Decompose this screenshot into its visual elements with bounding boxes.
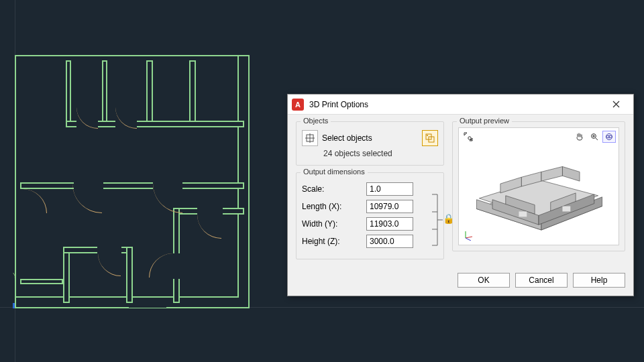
width-input[interactable] <box>366 217 413 231</box>
dialog-title: 3D Print Options <box>309 100 602 109</box>
ok-button[interactable]: OK <box>458 273 510 288</box>
floor-plan-drawing[interactable] <box>15 55 250 308</box>
svg-rect-22 <box>562 206 570 212</box>
pan-icon <box>575 132 584 141</box>
preview-ucs-icon <box>463 230 476 242</box>
app-icon: A <box>292 99 304 111</box>
output-dimensions-group: Output dimensions Scale: Length (X): Wid… <box>296 172 444 259</box>
close-button[interactable] <box>602 95 629 115</box>
svg-marker-16 <box>562 167 580 182</box>
quick-select-button[interactable] <box>422 130 438 146</box>
zoom-button[interactable] <box>588 131 601 143</box>
dialog-titlebar[interactable]: A 3D Print Options <box>288 95 633 115</box>
objects-group: Objects Select objects 24 objects select… <box>296 121 444 166</box>
scale-label: Scale: <box>302 184 366 194</box>
zoom-icon <box>590 132 599 141</box>
zoom-extents-icon <box>464 132 473 141</box>
quick-select-icon <box>425 133 435 143</box>
preview-canvas <box>463 145 614 233</box>
svg-point-8 <box>608 136 610 137</box>
select-objects-label: Select objects <box>322 133 372 143</box>
svg-point-4 <box>468 137 471 139</box>
help-button[interactable]: Help <box>573 273 625 288</box>
preview-viewport[interactable] <box>458 127 619 245</box>
orbit-icon <box>604 132 614 141</box>
svg-rect-21 <box>519 211 527 217</box>
length-input[interactable] <box>366 200 413 213</box>
svg-point-3 <box>427 135 428 136</box>
output-preview-group: Output preview <box>452 121 625 251</box>
svg-marker-15 <box>541 167 563 182</box>
selection-count-text: 24 objects selected <box>323 149 438 158</box>
print3d-options-dialog: A 3D Print Options Objects Select object… <box>287 94 634 296</box>
dimension-link-bracket <box>432 190 443 249</box>
dialog-button-row: OK Cancel Help <box>288 269 633 296</box>
width-label: Width (Y): <box>302 219 366 229</box>
output-preview-legend: Output preview <box>457 117 512 125</box>
close-icon <box>612 101 620 108</box>
crosshair-icon <box>305 133 315 143</box>
pan-button[interactable] <box>573 131 586 143</box>
scale-input[interactable] <box>366 182 413 196</box>
objects-legend: Objects <box>301 117 331 125</box>
length-label: Length (X): <box>302 202 366 211</box>
select-objects-button[interactable] <box>302 130 318 146</box>
zoom-extents-button[interactable] <box>462 131 475 143</box>
output-dimensions-legend: Output dimensions <box>301 168 368 176</box>
cancel-button[interactable]: Cancel <box>515 273 568 288</box>
orbit-button[interactable] <box>602 131 616 143</box>
height-input[interactable] <box>366 235 413 248</box>
height-label: Height (Z): <box>302 237 366 246</box>
